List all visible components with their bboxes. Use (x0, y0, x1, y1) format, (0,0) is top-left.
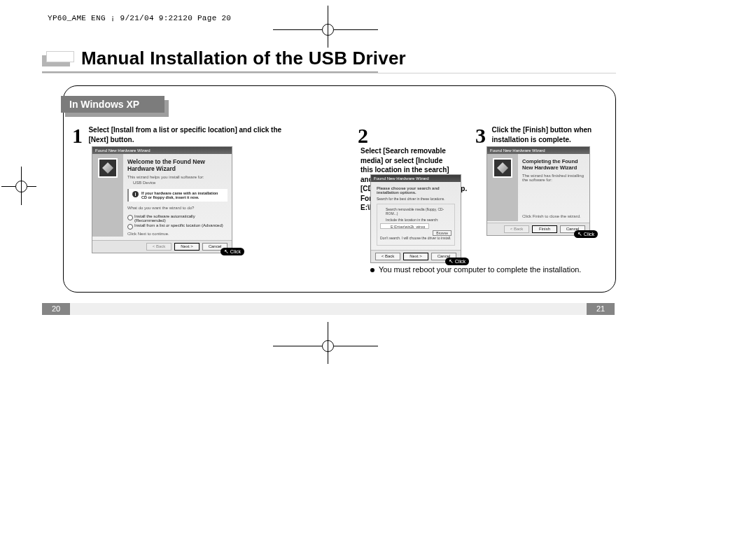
wizard-dialog-3: Found New Hardware Wizard Completing the… (486, 146, 590, 236)
step-1: 1 Select [Install from a list or specifi… (72, 125, 289, 146)
wizard3-back-button[interactable]: < Back (504, 225, 529, 233)
step-1-number: 1 (72, 125, 83, 146)
step-3: 3 Click the [Finish] button when install… (475, 125, 601, 146)
wizard1-note: i If your hardware came with an installa… (127, 189, 227, 202)
wizard3-close-text: Click Finish to close the wizard. (522, 214, 585, 218)
reboot-note-text: You must reboot your computer to complet… (379, 265, 581, 274)
page-title-block: Manual Installation of the USB Driver (42, 48, 406, 69)
wizard2-opt2[interactable]: Don't search. I will choose the driver t… (380, 236, 451, 240)
wizard1-radio-group: Install the software automatically (Reco… (127, 214, 227, 227)
wizard1-titlebar: Found New Hardware Wizard (92, 147, 232, 154)
wizard1-heading: Welcome to the Found New Hardware Wizard (127, 158, 227, 172)
wizard1-continue-text: Click Next to continue. (127, 232, 227, 236)
bullet-icon (370, 268, 374, 272)
wizard1-radio-specific[interactable]: Install from a list or specific location… (127, 223, 227, 227)
page-title: Manual Installation of the USB Driver (81, 48, 406, 69)
wizard1-note-text: If your hardware came with an installati… (141, 191, 224, 199)
step-1-text: Select [Install from a list or specific … (88, 125, 284, 144)
wizard1-sidebar (92, 154, 123, 237)
info-icon: i (132, 191, 139, 197)
wizard2-group: Search removable media (floppy, CD-ROM..… (377, 204, 455, 246)
wizard2-titlebar: Found New Hardware Wizard (371, 175, 461, 182)
wizard3-heading: Completing the Found New Hardware Wizard (522, 158, 585, 171)
wizard2-chk-include-location[interactable]: Include this location in the search: (380, 218, 451, 222)
wizard3-sidebar (487, 154, 518, 221)
wizard1-prompt: What do you want the wizard to do? (127, 206, 227, 210)
wizard1-radio-auto[interactable]: Install the software automatically (Reco… (127, 214, 227, 223)
print-header-text: YP60_AME ENG ¡ 9/21/04 9:22120 Page 20 (48, 14, 231, 22)
step-3-number: 3 (475, 125, 486, 146)
wizard-dialog-1: Found New Hardware Wizard Welcome to the… (92, 146, 232, 253)
wizard1-button-row: < Back Next > Cancel (92, 240, 232, 253)
reboot-note: You must reboot your computer to complet… (370, 265, 581, 274)
wizard2-browse-button[interactable]: Browse (433, 230, 451, 236)
wizard3-finish-button[interactable]: Finish (532, 225, 557, 233)
hardware-icon (493, 158, 512, 178)
crop-mark-top (315, 20, 343, 41)
click-indicator-1: Click (220, 248, 244, 255)
title-underline-long (42, 73, 616, 73)
wizard2-opt1[interactable]: Search for the best driver in these loca… (377, 197, 455, 201)
wizard3-titlebar: Found New Hardware Wizard (487, 147, 589, 154)
wizard2-path-input[interactable]: E:\Driver\win2k_winxp (380, 223, 429, 229)
page-number-left: 20 (42, 303, 70, 315)
page-number-right: 21 (587, 303, 615, 315)
wizard1-subtext: This wizard helps you install software f… (127, 175, 227, 179)
step-2-number: 2 (358, 125, 368, 146)
click-indicator-2: Click (445, 258, 469, 265)
wizard1-next-button[interactable]: Next > (174, 243, 200, 251)
section-tab-label: In Windows XP (61, 96, 164, 113)
step-3-text: Click the [Finish] button when installat… (491, 125, 596, 144)
page-number-band (42, 303, 615, 315)
wizard1-device: USB Device (133, 181, 227, 185)
title-decor-icon (42, 48, 76, 69)
wizard2-chk-removable[interactable]: Search removable media (floppy, CD-ROM..… (380, 207, 451, 216)
click-indicator-3: Click (574, 230, 598, 238)
content-panel: In Windows XP 1 Select [Install from a l… (63, 85, 616, 293)
hardware-icon (98, 158, 118, 178)
wizard2-heading: Please choose your search and installati… (377, 186, 455, 195)
wizard1-back-button[interactable]: < Back (146, 243, 172, 251)
wizard-dialog-2: Found New Hardware Wizard Please choose … (370, 174, 461, 263)
wizard2-next-button[interactable]: Next > (403, 253, 428, 260)
crop-mark-bottom (315, 336, 343, 357)
wizard2-back-button[interactable]: < Back (375, 253, 400, 260)
wizard3-subtext: The wizard has finished installing the s… (522, 174, 585, 182)
